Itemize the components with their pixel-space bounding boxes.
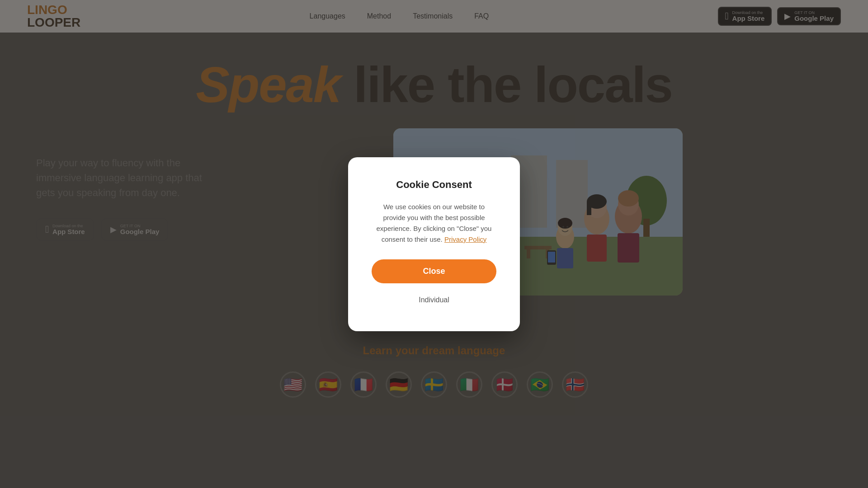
modal-backdrop: Cookie Consent We use cookies on our web…	[0, 0, 868, 488]
modal-close-button[interactable]: Close	[372, 259, 496, 283]
privacy-policy-link[interactable]: Privacy Policy	[444, 235, 486, 243]
cookie-modal: Cookie Consent We use cookies on our web…	[348, 157, 520, 331]
modal-title: Cookie Consent	[372, 179, 496, 191]
modal-individual-button[interactable]: Individual	[372, 291, 496, 310]
modal-body: We use cookies on our website to provide…	[372, 202, 496, 245]
